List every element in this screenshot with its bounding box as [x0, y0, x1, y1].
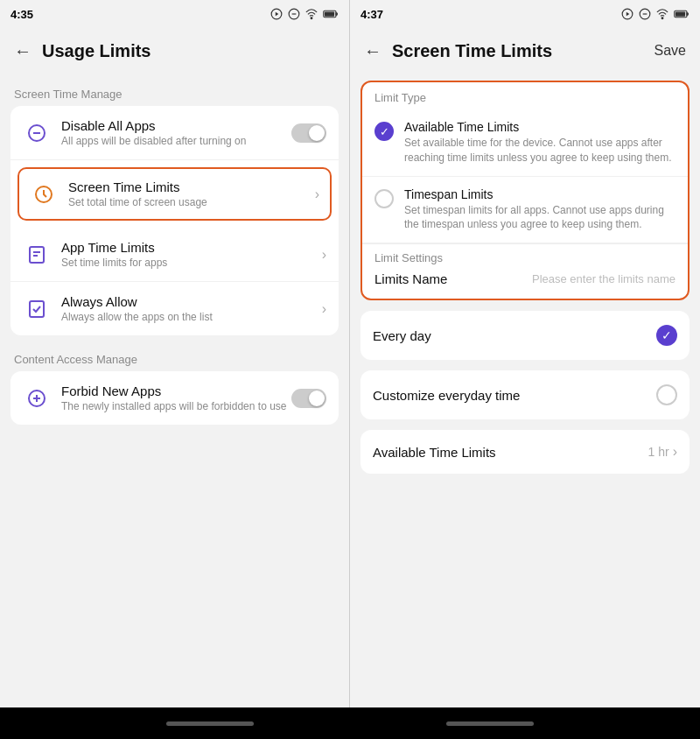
battery-icon: [323, 9, 339, 19]
bottom-nav-bar: [0, 707, 700, 739]
forbid-new-apps-toggle[interactable]: [291, 389, 326, 408]
always-allow-text: Always Allow Always allow the apps on th…: [61, 294, 322, 323]
svg-rect-6: [325, 11, 334, 16]
radio-timespan-text: Timespan Limits Set timespan limits for …: [404, 187, 676, 233]
left-status-time: 4:35: [10, 8, 33, 21]
left-back-button[interactable]: ←: [14, 41, 32, 61]
right-minus-icon: [639, 8, 651, 20]
right-back-button[interactable]: ←: [364, 41, 382, 61]
right-page-title: Screen Time Limits: [392, 41, 552, 61]
menu-item-forbid-new-apps[interactable]: Forbid New Apps The newly installed apps…: [10, 371, 339, 425]
app-time-limits-text: App Time Limits Set time limits for apps: [61, 240, 322, 269]
section-label-content-access: Content Access Manage: [10, 346, 339, 371]
disable-all-apps-text: Disable All Apps All apps will be disabl…: [61, 118, 291, 147]
left-page-title: Usage Limits: [42, 41, 150, 61]
disable-all-apps-icon: [23, 119, 51, 147]
customize-circle[interactable]: [656, 384, 677, 405]
svg-marker-1: [276, 12, 279, 17]
always-allow-icon: [23, 295, 51, 323]
limit-settings-label: Limit Settings Limits Name Please enter …: [362, 243, 688, 299]
svg-point-4: [311, 18, 312, 19]
left-status-icons: [270, 8, 339, 20]
menu-item-screen-time-limits[interactable]: Screen Time Limits Set total time of scr…: [18, 167, 332, 221]
svg-point-21: [662, 18, 663, 19]
radio-timespan[interactable]: Timespan Limits Set timespan limits for …: [362, 177, 688, 244]
left-status-bar: 4:35: [0, 0, 349, 28]
right-bottom-pill: [446, 721, 534, 726]
limits-name-row[interactable]: Limits Name Please enter the limits name: [374, 271, 676, 295]
left-bottom-pill: [166, 721, 254, 726]
everyday-check[interactable]: ✓: [656, 325, 677, 346]
right-wifi-icon: [656, 8, 668, 20]
play-icon: [270, 8, 283, 20]
menu-item-app-time-limits[interactable]: App Time Limits Set time limits for apps…: [10, 228, 339, 282]
right-play-icon: [621, 8, 634, 20]
left-top-bar: ← Usage Limits: [0, 28, 349, 74]
right-screen: 4:37 ← Screen Time Limits Save Limit Typ…: [350, 0, 700, 707]
save-button[interactable]: Save: [654, 43, 686, 59]
svg-marker-18: [626, 12, 630, 17]
left-screen: 4:35 ← Usage Limits Screen Time Manage: [0, 0, 350, 707]
customize-everyday-row[interactable]: Customize everyday time: [360, 370, 690, 419]
right-status-icons: [621, 8, 690, 20]
everyday-row[interactable]: Every day ✓: [360, 311, 690, 360]
radio-available-time[interactable]: Available Time Limits Set available time…: [362, 109, 688, 177]
wifi-icon: [305, 8, 318, 20]
svg-rect-23: [676, 11, 685, 16]
left-content: Screen Time Manage Disable All Apps All …: [0, 74, 349, 707]
radio-timespan-circle[interactable]: [374, 189, 394, 208]
right-content: Limit Type Available Time Limits Set ava…: [350, 74, 700, 707]
right-status-time: 4:37: [360, 8, 383, 21]
forbid-new-apps-icon: [23, 384, 51, 412]
right-top-bar: ← Screen Time Limits Save: [350, 28, 700, 74]
available-time-chevron: ›: [673, 444, 677, 460]
content-access-card: Forbid New Apps The newly installed apps…: [10, 371, 339, 425]
section-label-screen-time: Screen Time Manage: [10, 81, 339, 106]
screen-time-limits-icon: [30, 180, 58, 208]
right-battery-icon: [674, 9, 690, 19]
menu-item-disable-all-apps[interactable]: Disable All Apps All apps will be disabl…: [10, 106, 339, 160]
screen-time-limits-text: Screen Time Limits Set total time of scr…: [68, 179, 315, 208]
limit-type-box: Limit Type Available Time Limits Set ava…: [360, 81, 690, 300]
svg-rect-13: [30, 301, 44, 317]
menu-item-always-allow[interactable]: Always Allow Always allow the apps on th…: [10, 282, 339, 335]
minus-circle-icon: [288, 8, 300, 20]
limit-type-label: Limit Type: [362, 82, 688, 109]
radio-available-time-circle[interactable]: [374, 122, 394, 141]
app-time-limits-icon: [23, 241, 51, 269]
screen-time-card: Disable All Apps All apps will be disabl…: [10, 106, 339, 335]
always-allow-chevron: ›: [322, 301, 326, 317]
radio-available-time-text: Available Time Limits Set available time…: [404, 120, 676, 165]
forbid-new-apps-text: Forbid New Apps The newly installed apps…: [61, 384, 291, 412]
available-time-row[interactable]: Available Time Limits 1 hr ›: [360, 430, 690, 474]
right-status-bar: 4:37: [350, 0, 700, 28]
screen-time-limits-chevron: ›: [315, 187, 319, 202]
disable-all-apps-toggle[interactable]: [291, 123, 326, 143]
app-time-limits-chevron: ›: [322, 247, 326, 263]
